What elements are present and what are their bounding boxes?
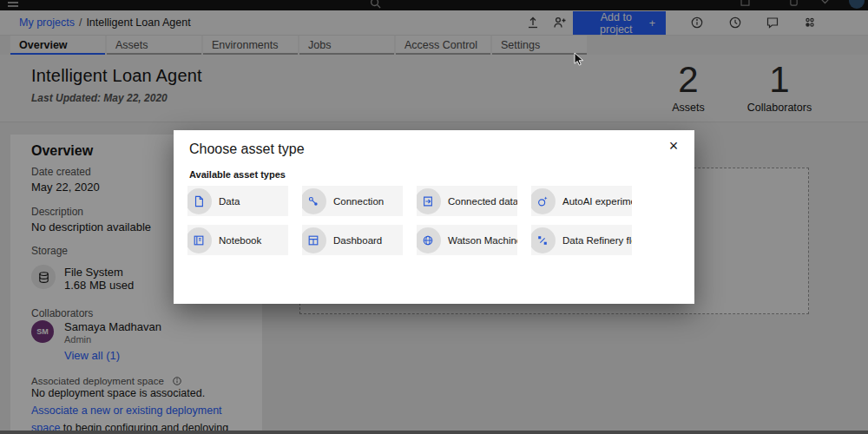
available-asset-types-label: Available asset types: [189, 169, 286, 180]
app-root: My projects/Intelligent Loan Agent Add t…: [0, 0, 868, 434]
notebook-icon: [193, 234, 205, 247]
tile-label: Notebook: [219, 235, 261, 246]
asset-type-grid: Data Connection Connected data AutoAI ex…: [187, 186, 632, 255]
tile-label: Data Refinery flow: [562, 235, 632, 246]
asset-tile-connection[interactable]: Connection: [302, 186, 403, 216]
asset-tile-dashboard[interactable]: Dashboard: [302, 225, 403, 255]
tile-disc: [302, 227, 326, 253]
tile-disc: [531, 188, 556, 214]
modal-title: Choose asset type: [189, 141, 305, 157]
asset-tile-watson-machine-learning[interactable]: Watson Machine Le...: [417, 225, 517, 255]
data-icon: [193, 195, 205, 207]
data-refinery-icon: [536, 234, 549, 247]
choose-asset-type-modal: Choose asset type × Available asset type…: [174, 130, 694, 304]
asset-tile-autoai-experiment[interactable]: AutoAI experiment: [531, 186, 632, 216]
tile-label: Watson Machine Le...: [448, 235, 517, 246]
asset-tile-data[interactable]: Data: [187, 186, 288, 216]
tile-disc: [302, 188, 326, 214]
tile-disc: [417, 227, 441, 253]
dashboard-icon: [307, 234, 319, 247]
mouse-cursor: [574, 52, 586, 68]
tile-disc: [531, 227, 556, 253]
asset-tile-data-refinery-flow[interactable]: Data Refinery flow: [531, 225, 632, 255]
tile-disc: [417, 188, 441, 214]
asset-tile-connected-data[interactable]: Connected data: [417, 186, 517, 216]
tile-label: Connection: [333, 196, 384, 207]
tile-disc: [187, 188, 212, 214]
close-icon: ×: [669, 137, 679, 155]
connection-icon: [307, 195, 319, 207]
tile-disc: [187, 227, 212, 253]
tile-label: Connected data: [448, 196, 517, 207]
watson-ml-icon: [422, 234, 434, 247]
tile-label: Dashboard: [333, 235, 382, 246]
autoai-icon: [536, 195, 549, 207]
close-button[interactable]: ×: [663, 135, 684, 156]
tile-label: AutoAI experiment: [562, 196, 632, 207]
tile-label: Data: [219, 196, 240, 207]
connected-data-icon: [422, 195, 434, 207]
asset-tile-notebook[interactable]: Notebook: [187, 225, 288, 255]
